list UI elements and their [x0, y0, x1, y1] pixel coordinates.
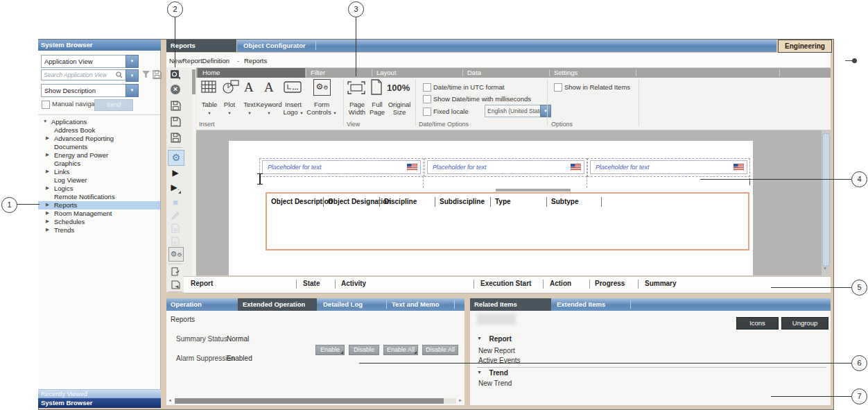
related-group-report[interactable]: ▼ Report: [477, 335, 512, 343]
tree-root-applications[interactable]: ▼ Applications: [38, 118, 160, 126]
canvas-table-column[interactable]: Subdiscipline: [440, 198, 485, 205]
toolbar-scrollbar-thumb[interactable]: [192, 69, 196, 94]
tree-item-log-viewer[interactable]: Log Viewer: [38, 176, 160, 185]
enable-all-button[interactable]: Enable All: [383, 345, 418, 355]
tab-extended-items[interactable]: Extended Items: [557, 300, 605, 308]
run-report-icon[interactable]: ▶: [169, 168, 182, 180]
utc-format-checkbox[interactable]: [423, 83, 431, 92]
tree-item-address-book[interactable]: Address Book: [38, 126, 160, 135]
manual-navigation-checkbox[interactable]: [42, 101, 50, 109]
tree-collapsed-icon[interactable]: ▶: [46, 227, 49, 232]
execution-column-progress[interactable]: Progress: [595, 280, 625, 287]
table-icon[interactable]: [201, 80, 218, 94]
view-selector-dropdown-icon[interactable]: ▼: [125, 55, 139, 68]
plot-icon[interactable]: [222, 79, 240, 94]
text-placeholder-2[interactable]: Placeholder for text: [427, 160, 584, 174]
tree-collapsed-icon[interactable]: ▶: [46, 210, 49, 216]
table-drag-handle[interactable]: [496, 189, 571, 191]
tree-item-reports[interactable]: ▶Reports: [38, 201, 160, 210]
fixed-locale-checkbox[interactable]: [423, 108, 431, 116]
icons-button[interactable]: Icons: [736, 317, 779, 330]
canvas-table-column[interactable]: Object Designation: [328, 198, 391, 205]
tree-item-links[interactable]: ▶Links: [38, 168, 160, 176]
enable-button[interactable]: Enable: [315, 345, 345, 355]
edit-icon[interactable]: [169, 210, 182, 222]
stop-icon[interactable]: ■: [169, 197, 182, 209]
new-report-definition-icon[interactable]: [169, 69, 182, 80]
tree-item-energy-and-power[interactable]: ▶Energy and Power: [38, 151, 160, 160]
text-placeholder-3[interactable]: Placeholder for text: [590, 160, 747, 174]
view-selector[interactable]: Application View: [41, 55, 127, 68]
save-icon[interactable]: [169, 101, 182, 112]
form-controls-button[interactable]: FormControls ▼: [305, 101, 338, 116]
toolbar-scrollbar[interactable]: [192, 68, 196, 290]
tab-object-configurator[interactable]: Object Configurator: [243, 42, 306, 49]
original-size-button[interactable]: OriginalSize: [385, 101, 413, 116]
tree-expanded-icon[interactable]: ▼: [43, 119, 47, 123]
breadcrumb-primary[interactable]: NewReportDefinition: [169, 57, 229, 65]
tree-item-trends[interactable]: ▶Trends: [38, 226, 160, 234]
tree-collapsed-icon[interactable]: ▶: [46, 219, 49, 224]
tree-item-logics[interactable]: ▶Logics: [38, 185, 160, 193]
tree-collapsed-icon[interactable]: ▶: [46, 169, 49, 174]
disable-all-button[interactable]: Disable All: [422, 345, 458, 355]
filter-icon[interactable]: [141, 70, 150, 79]
export-report-icon[interactable]: [169, 266, 182, 278]
show-in-related-items-checkbox[interactable]: [554, 83, 562, 92]
tab-reports[interactable]: Reports: [166, 40, 236, 52]
save-as-icon[interactable]: [169, 117, 182, 128]
tree-collapsed-icon[interactable]: ▶: [46, 152, 49, 157]
canvas-table-column[interactable]: Discipline: [384, 198, 417, 205]
text-icon[interactable]: A: [244, 80, 254, 95]
ribbon-tab-filter[interactable]: Filter: [311, 69, 325, 76]
related-group-trend[interactable]: ▼ Trend: [477, 369, 508, 377]
scroll-right-icon[interactable]: ►: [458, 398, 462, 402]
scroll-down-icon[interactable]: ▼: [823, 266, 827, 271]
group-expanded-icon[interactable]: ▼: [477, 370, 482, 375]
keyword-icon[interactable]: A: [264, 80, 274, 95]
locale-select[interactable]: English (United States): [485, 105, 541, 117]
execution-column-action[interactable]: Action: [550, 280, 571, 287]
tree-item-advanced-reporting[interactable]: ▶Advanced Reporting: [38, 135, 160, 143]
tree-item-documents[interactable]: Documents: [38, 143, 160, 151]
breadcrumb-secondary[interactable]: Reports: [244, 57, 267, 65]
ungroup-button[interactable]: Ungroup: [781, 317, 828, 330]
execution-column-execution-start[interactable]: Execution Start: [480, 280, 531, 287]
send-button[interactable]: Send: [94, 99, 133, 111]
canvas-table-column[interactable]: Subtype: [551, 198, 578, 205]
tab-operation[interactable]: Operation: [171, 300, 202, 308]
tree-item-schedules[interactable]: ▶Schedules: [38, 218, 160, 226]
tree-item-room-management[interactable]: ▶Room Management: [38, 210, 160, 218]
operation-hscrollbar-thumb[interactable]: [175, 398, 444, 404]
system-browser-bar[interactable]: System Browser: [38, 398, 161, 408]
tree-item-graphics[interactable]: Graphics: [38, 160, 160, 168]
save-search-icon[interactable]: [153, 70, 162, 79]
tab-extended-operation[interactable]: Extended Operation: [238, 298, 317, 311]
sidebar-header[interactable]: System Browser: [38, 40, 161, 51]
tree-collapsed-icon[interactable]: ▶: [46, 202, 49, 207]
canvas-table-column[interactable]: Type: [495, 198, 511, 205]
save-all-icon[interactable]: [169, 133, 182, 144]
tab-text-and-memo[interactable]: Text and Memo: [392, 300, 439, 308]
group-expanded-icon[interactable]: ▼: [477, 336, 482, 341]
related-item-new-report[interactable]: New Report: [478, 347, 515, 355]
page-width-icon[interactable]: [347, 81, 365, 94]
full-page-icon[interactable]: [370, 79, 383, 95]
ribbon-tab-data[interactable]: Data: [467, 69, 481, 76]
disable-button[interactable]: Disable: [349, 345, 379, 355]
cancel-icon[interactable]: ×: [169, 85, 182, 96]
import-report-icon[interactable]: [169, 280, 182, 291]
tree-collapsed-icon[interactable]: ▶: [46, 135, 49, 141]
text-placeholder-1[interactable]: Placeholder for text: [262, 160, 421, 174]
language-flag-icon[interactable]: [407, 164, 417, 171]
execution-column-activity[interactable]: Activity: [341, 280, 366, 287]
display-selector-dropdown-icon[interactable]: ▼: [125, 84, 139, 97]
language-flag-icon[interactable]: [571, 164, 581, 171]
export-pdf-icon[interactable]: [169, 223, 182, 235]
display-selector[interactable]: Show Description: [41, 84, 127, 97]
report-settings-icon[interactable]: ⚙: [168, 150, 184, 166]
recently-viewed-bar[interactable]: Recently Viewed: [38, 389, 161, 399]
language-flag-icon[interactable]: [734, 164, 744, 171]
locale-select-dropdown-icon[interactable]: ▼: [540, 105, 551, 117]
tree-collapsed-icon[interactable]: ▶: [46, 185, 49, 191]
